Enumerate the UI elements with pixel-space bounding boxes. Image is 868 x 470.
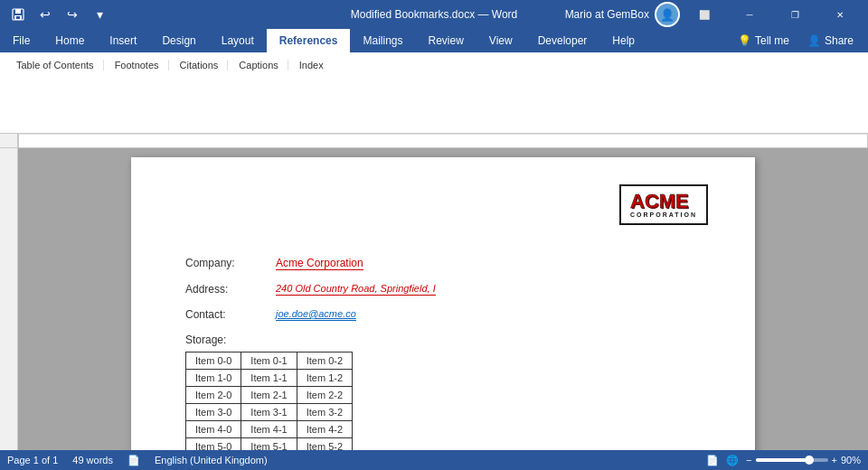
- tab-help[interactable]: Help: [599, 29, 647, 52]
- zoom-slider-fill: [756, 458, 807, 462]
- svg-rect-3: [16, 16, 20, 19]
- table-cell: Item 4-1: [241, 421, 297, 438]
- view-web-icon[interactable]: 🌐: [726, 455, 739, 466]
- word-count: 49 words: [72, 455, 113, 465]
- storage-table: Item 0-0Item 0-1Item 0-2Item 1-0Item 1-1…: [185, 352, 353, 450]
- svg-rect-1: [15, 9, 21, 14]
- main-area: ACME CORPORATION Company: Acme Corporati…: [0, 148, 868, 450]
- address-field: Address: 240 Old Country Road, Springfie…: [185, 283, 701, 296]
- company-field: Company: Acme Corporation: [185, 257, 701, 270]
- contact-field: Contact: joe.doe@acme.co: [185, 308, 701, 321]
- statusbar: Page 1 of 1 49 words 📄 English (United K…: [0, 450, 868, 470]
- zoom-slider[interactable]: [756, 458, 828, 462]
- table-cell: Item 1-1: [241, 370, 297, 387]
- document-area[interactable]: ACME CORPORATION Company: Acme Corporati…: [18, 148, 868, 450]
- close-btn[interactable]: ✕: [819, 0, 861, 29]
- share-btn[interactable]: 👤 Share: [800, 33, 861, 49]
- vertical-ruler: [0, 148, 18, 450]
- tell-me-btn[interactable]: 💡 Tell me: [731, 33, 797, 49]
- tab-file[interactable]: File: [0, 29, 42, 52]
- page-info: Page 1 of 1: [7, 455, 58, 465]
- ribbon-right: 💡 Tell me 👤 Share: [731, 33, 868, 49]
- table-row: Item 5-0Item 5-1Item 5-2: [186, 438, 353, 451]
- table-cell: Item 4-0: [186, 421, 241, 438]
- zoom-slider-thumb: [805, 456, 814, 465]
- table-cell: Item 5-0: [186, 438, 241, 451]
- table-row: Item 0-0Item 0-1Item 0-2: [186, 352, 353, 370]
- company-value[interactable]: Acme Corporation: [276, 257, 363, 270]
- table-cell: Item 3-2: [297, 404, 352, 421]
- minimize-btn[interactable]: ─: [729, 0, 770, 29]
- restore-btn[interactable]: ❐: [774, 0, 816, 29]
- contact-value[interactable]: joe.doe@acme.co: [276, 308, 356, 321]
- ribbon-content: Table of Contents Footnotes Citations Ca…: [0, 52, 868, 134]
- zoom-level: 90%: [841, 455, 861, 465]
- table-cell: Item 0-1: [241, 352, 297, 370]
- table-cell: Item 2-2: [297, 387, 352, 404]
- proofing-icon[interactable]: 📄: [127, 455, 140, 466]
- avatar: 👤: [655, 2, 680, 27]
- save-icon[interactable]: [7, 4, 29, 25]
- tab-mailings[interactable]: Mailings: [350, 29, 415, 52]
- table-cell: Item 1-0: [186, 370, 241, 387]
- table-cell: Item 4-2: [297, 421, 352, 438]
- tab-developer[interactable]: Developer: [525, 29, 600, 52]
- address-value[interactable]: 240 Old Country Road, Springfield, I: [276, 283, 436, 296]
- ruler-scale: [18, 134, 868, 147]
- acme-sub: CORPORATION: [630, 212, 697, 218]
- titlebar-left: ↩ ↪ ▾: [7, 4, 110, 25]
- tab-references[interactable]: References: [267, 29, 351, 52]
- ribbon-tabs-bar: File Home Insert Design Layout Reference…: [0, 29, 868, 52]
- address-label: Address:: [185, 283, 276, 296]
- table-cell: Item 5-1: [241, 438, 297, 451]
- storage-label: Storage:: [185, 334, 226, 346]
- undo-icon[interactable]: ↩: [34, 4, 56, 25]
- tab-insert[interactable]: Insert: [97, 29, 149, 52]
- titlebar: ↩ ↪ ▾ Modified Bookmarks.docx — Word Mar…: [0, 0, 868, 29]
- table-cell: Item 3-1: [241, 404, 297, 421]
- ruler-corner: [0, 134, 18, 147]
- table-row: Item 1-0Item 1-1Item 1-2: [186, 370, 353, 387]
- ribbon-display-btn[interactable]: ⬜: [684, 0, 725, 29]
- ribbon-tabs: File Home Insert Design Layout Reference…: [0, 29, 647, 52]
- table-row: Item 2-0Item 2-1Item 2-2: [186, 387, 353, 404]
- titlebar-right: Mario at GemBox 👤 ⬜ ─ ❐ ✕: [565, 0, 861, 29]
- language: English (United Kingdom): [155, 455, 268, 465]
- zoom-minus-btn[interactable]: −: [746, 455, 751, 465]
- table-row: Item 4-0Item 4-1Item 4-2: [186, 421, 353, 438]
- user-name: Mario at GemBox: [565, 8, 649, 21]
- tab-review[interactable]: Review: [416, 29, 476, 52]
- user-section: Mario at GemBox 👤: [565, 2, 680, 27]
- table-cell: Item 3-0: [186, 404, 241, 421]
- view-print-icon[interactable]: 📄: [706, 455, 719, 466]
- table-cell: Item 0-0: [186, 352, 241, 370]
- zoom-bar: − + 90%: [746, 455, 861, 465]
- tab-design[interactable]: Design: [149, 29, 208, 52]
- document-page: ACME CORPORATION Company: Acme Corporati…: [131, 157, 755, 450]
- tab-view[interactable]: View: [476, 29, 525, 52]
- titlebar-title: Modified Bookmarks.docx — Word: [351, 8, 518, 21]
- customize-icon[interactable]: ▾: [89, 4, 110, 25]
- table-cell: Item 2-0: [186, 387, 241, 404]
- table-row: Item 3-0Item 3-1Item 3-2: [186, 404, 353, 421]
- table-cell: Item 2-1: [241, 387, 297, 404]
- zoom-plus-btn[interactable]: +: [832, 455, 837, 465]
- redo-icon[interactable]: ↪: [61, 4, 83, 25]
- contact-label: Contact:: [185, 308, 276, 321]
- acme-text: ACME: [630, 192, 697, 212]
- tab-layout[interactable]: Layout: [209, 29, 267, 52]
- document-fields: Company: Acme Corporation Address: 240 O…: [185, 257, 701, 450]
- tab-home[interactable]: Home: [42, 29, 97, 52]
- statusbar-right: 📄 🌐 − + 90%: [706, 455, 861, 466]
- acme-logo: ACME CORPORATION: [619, 184, 701, 230]
- table-cell: Item 5-2: [297, 438, 352, 451]
- table-cell: Item 0-2: [297, 352, 352, 370]
- company-label: Company:: [185, 257, 276, 270]
- lightbulb-icon: 💡: [738, 34, 751, 47]
- share-icon: 👤: [807, 34, 821, 47]
- table-cell: Item 1-2: [297, 370, 352, 387]
- horizontal-ruler: [0, 134, 868, 148]
